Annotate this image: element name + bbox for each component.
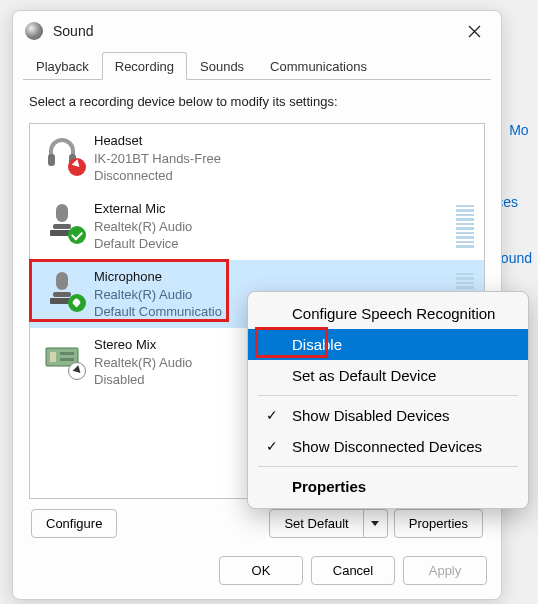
menu-separator: [258, 466, 518, 467]
dialog-footer: OK Cancel Apply: [13, 546, 501, 599]
apply-button[interactable]: Apply: [403, 556, 487, 585]
tabs-bar: Playback Recording Sounds Communications: [13, 51, 501, 79]
microphone-icon: [40, 200, 84, 242]
svg-rect-3: [53, 224, 71, 229]
menu-show-disconnected[interactable]: Show Disconnected Devices: [248, 431, 528, 462]
svg-rect-11: [60, 358, 74, 361]
disabled-badge-icon: [68, 362, 86, 380]
communication-badge-icon: [68, 294, 86, 312]
default-badge-icon: [68, 226, 86, 244]
svg-rect-2: [56, 204, 68, 222]
menu-configure-speech[interactable]: Configure Speech Recognition: [248, 298, 528, 329]
menu-separator: [258, 395, 518, 396]
tab-playback[interactable]: Playback: [23, 52, 102, 80]
level-meter: [456, 205, 474, 248]
headset-icon: [40, 132, 84, 174]
ok-button[interactable]: OK: [219, 556, 303, 585]
menu-disable[interactable]: Disable: [248, 329, 528, 360]
titlebar: Sound: [13, 11, 501, 51]
chevron-down-icon: [371, 519, 379, 529]
soundcard-icon: [40, 336, 84, 378]
set-default-button[interactable]: Set Default: [269, 509, 363, 538]
device-driver: IK-201BT Hands-Free: [94, 150, 474, 168]
device-name: Headset: [94, 132, 474, 150]
device-external-mic[interactable]: External Mic Realtek(R) Audio Default De…: [30, 192, 484, 260]
set-default-dropdown[interactable]: [364, 509, 388, 538]
tab-sounds[interactable]: Sounds: [187, 52, 257, 80]
device-headset[interactable]: Headset IK-201BT Hands-Free Disconnected: [30, 124, 484, 192]
set-default-split-button: Set Default: [269, 509, 387, 538]
device-name: External Mic: [94, 200, 456, 218]
close-button[interactable]: [459, 16, 489, 46]
device-driver: Realtek(R) Audio: [94, 218, 456, 236]
menu-set-default[interactable]: Set as Default Device: [248, 360, 528, 391]
instruction-text: Select a recording device below to modif…: [29, 94, 485, 109]
svg-rect-10: [60, 352, 74, 355]
menu-properties[interactable]: Properties: [248, 471, 528, 502]
tab-communications[interactable]: Communications: [257, 52, 380, 80]
tab-recording[interactable]: Recording: [102, 52, 187, 80]
menu-show-disabled[interactable]: Show Disabled Devices: [248, 400, 528, 431]
window-title: Sound: [53, 23, 459, 39]
device-status: Disconnected: [94, 167, 474, 185]
cancel-button[interactable]: Cancel: [311, 556, 395, 585]
configure-button[interactable]: Configure: [31, 509, 117, 538]
microphone-icon: [40, 268, 84, 310]
svg-rect-0: [48, 154, 55, 166]
context-menu: Configure Speech Recognition Disable Set…: [247, 291, 529, 509]
close-icon: [468, 25, 481, 38]
disconnected-badge-icon: [68, 158, 86, 176]
device-name: Microphone: [94, 268, 456, 286]
svg-rect-9: [50, 352, 56, 362]
svg-rect-6: [53, 292, 71, 297]
speaker-icon: [25, 22, 43, 40]
device-status: Default Device: [94, 235, 456, 253]
properties-button[interactable]: Properties: [394, 509, 483, 538]
svg-rect-5: [56, 272, 68, 290]
